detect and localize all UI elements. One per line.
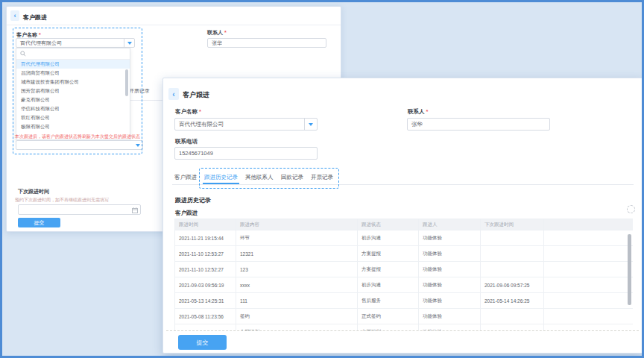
cell-follow-content: 111 bbox=[236, 293, 358, 309]
dropdown-option[interactable]: 城市建设投资集团有限公司 bbox=[16, 78, 130, 87]
cell-follow-status: 方案提报 bbox=[358, 262, 419, 277]
col-header-empty bbox=[544, 219, 634, 230]
cell-follow-content: 签约 bbox=[236, 309, 358, 324]
table-scrollbar[interactable] bbox=[628, 234, 631, 305]
cell-follow-content: 合同谈判 bbox=[236, 324, 358, 331]
cell-follow-person: 功能体验 bbox=[419, 246, 481, 262]
cell-next-time bbox=[481, 262, 544, 277]
search-icon bbox=[20, 51, 26, 57]
dropdown-caret-icon[interactable] bbox=[304, 119, 317, 130]
cell-follow-content: 123 bbox=[236, 262, 358, 277]
page-title: 客户跟进 bbox=[23, 13, 47, 22]
cell-follow-time: 2021-09-03 09:56:19 bbox=[175, 277, 236, 293]
active-tab-underline bbox=[203, 183, 239, 184]
contact-label: 联系人* bbox=[207, 29, 227, 37]
back-button[interactable]: ‹ bbox=[10, 10, 19, 21]
cell-follow-person: 功能体验 bbox=[419, 277, 481, 293]
cell-next-time bbox=[481, 309, 544, 324]
table-row[interactable]: 2021-11-21 19:15:44 环节 初步沟通 功能体验 bbox=[175, 230, 634, 246]
follow-history-table: 跟进时间 跟进内容 跟进状态 跟进人 下次跟进时间 2021-11-21 19:… bbox=[174, 219, 633, 330]
cell-follow-time: 2021-11-10 12:52:27 bbox=[175, 262, 236, 277]
table-title: 客户跟进 bbox=[175, 210, 198, 217]
cell-follow-status: 正式签约 bbox=[358, 309, 419, 324]
dropdown-option[interactable]: 极限有限公司 bbox=[16, 122, 130, 131]
table-row[interactable]: 2021-09-03 09:56:19 xxxx 初步沟通 功能体验 2021-… bbox=[175, 277, 634, 293]
cell-next-time bbox=[481, 246, 544, 262]
submit-button[interactable]: 提交 bbox=[18, 218, 60, 227]
calendar-icon bbox=[132, 207, 138, 213]
dropdown-option[interactable]: 华信科技有限公司 bbox=[16, 104, 130, 113]
cell-empty bbox=[544, 230, 634, 246]
dropdown-option[interactable]: 昌润商贸有限公司 bbox=[16, 69, 130, 78]
cell-next-time bbox=[481, 230, 544, 246]
contact-label: 联系人* bbox=[408, 108, 428, 116]
tabs-divider bbox=[172, 184, 634, 185]
cell-follow-person: 功能体验 bbox=[419, 293, 481, 309]
cell-follow-person: 功能体验 bbox=[419, 230, 481, 246]
tab-customer-follow-up[interactable]: 客户跟进 bbox=[174, 174, 197, 181]
tab-invoice-records[interactable]: 开票记录 bbox=[311, 174, 333, 181]
page-title: 客户跟进 bbox=[183, 90, 209, 100]
follow-status-select[interactable] bbox=[16, 140, 143, 150]
table-row[interactable]: 2021-05-08 11:22:38 合同谈判 合同谈判 功能体验 2021-… bbox=[175, 324, 634, 331]
footer-divider bbox=[166, 330, 639, 331]
cell-empty bbox=[544, 277, 634, 293]
submit-button[interactable]: 提交 bbox=[178, 335, 227, 350]
contact-input[interactable]: 张华 bbox=[407, 118, 550, 131]
cell-follow-time: 2021-11-21 19:15:44 bbox=[175, 230, 236, 246]
dropdown-option[interactable]: 百代代理有限公司 bbox=[16, 60, 130, 69]
cell-follow-status: 售后服务 bbox=[358, 293, 419, 309]
tab-payment-records[interactable]: 回款记录 bbox=[281, 174, 303, 181]
cell-empty bbox=[544, 324, 634, 331]
back-button[interactable]: ‹ bbox=[168, 88, 179, 100]
col-header-follow-content: 跟进内容 bbox=[236, 219, 358, 230]
cell-follow-person: 功能体验 bbox=[419, 324, 481, 331]
col-header-follow-person: 跟进人 bbox=[419, 219, 481, 230]
fullscreen-icon[interactable] bbox=[627, 205, 635, 213]
contact-input[interactable]: 张华 bbox=[207, 38, 326, 48]
customer-name-label: 客户名称* bbox=[175, 108, 201, 116]
cell-empty bbox=[544, 309, 634, 324]
dropdown-scrollbar[interactable] bbox=[125, 69, 128, 96]
dropdown-option[interactable]: 国芳贸易有限公司 bbox=[16, 87, 130, 95]
cell-follow-person: 功能体验 bbox=[419, 262, 481, 277]
cell-next-time: 2021-05-19 11:23:51 bbox=[481, 324, 544, 331]
col-header-follow-time: 跟进时间 bbox=[175, 219, 236, 230]
cell-empty bbox=[544, 262, 634, 277]
table-row[interactable]: 2021-11-10 12:53:27 12321 方案提报 功能体验 bbox=[175, 246, 634, 262]
cell-follow-person: 功能体验 bbox=[419, 309, 481, 324]
table-row[interactable]: 2021-11-10 12:52:27 123 方案提报 功能体验 bbox=[175, 262, 634, 277]
dropdown-caret-icon[interactable] bbox=[133, 141, 142, 149]
section-title: 跟进历史记录 bbox=[175, 196, 211, 204]
col-header-next-time: 下次跟进时间 bbox=[481, 219, 544, 230]
cell-follow-status: 初步沟通 bbox=[358, 277, 419, 293]
customer-follow-up-window-foreground: ‹ 客户跟进 客户名称* 百代代理有限公司 联系人* 张华 联系电话 15245… bbox=[162, 78, 643, 354]
table-row[interactable]: 2021-05-13 14:25:31 111 售后服务 功能体验 2021-0… bbox=[175, 293, 634, 309]
cell-follow-time: 2021-05-13 14:25:31 bbox=[175, 293, 236, 309]
dropdown-caret-icon[interactable] bbox=[124, 39, 134, 47]
tab-other-contacts[interactable]: 其他联系人 bbox=[245, 174, 274, 181]
cell-follow-status: 合同谈判 bbox=[358, 324, 419, 331]
dropdown-search-input[interactable] bbox=[16, 48, 130, 60]
phone-input[interactable]: 15245671049 bbox=[174, 147, 318, 160]
dropdown-option[interactable]: 双红有限公司 bbox=[16, 113, 130, 122]
tab-follow-history[interactable]: 跟进历史记录 bbox=[204, 174, 238, 181]
cell-follow-time: 2021-05-08 11:23:56 bbox=[175, 309, 236, 324]
next-follow-time-hint: 预约下次跟进时间，如不再继续跟进则无需填写 bbox=[15, 197, 109, 204]
col-header-follow-status: 跟进状态 bbox=[358, 219, 419, 230]
cell-follow-content: 环节 bbox=[236, 230, 358, 246]
dropdown-option[interactable]: 豪克有限公司 bbox=[16, 95, 130, 104]
customer-name-select[interactable]: 百代代理有限公司 bbox=[16, 38, 135, 48]
next-follow-time-input[interactable] bbox=[18, 204, 141, 215]
header-divider bbox=[7, 25, 341, 25]
customer-name-select[interactable]: 百代代理有限公司 bbox=[174, 118, 318, 131]
table-row[interactable]: 2021-05-08 11:23:56 签约 正式签约 功能体验 bbox=[175, 309, 634, 324]
table-header-row: 跟进时间 跟进内容 跟进状态 跟进人 下次跟进时间 bbox=[175, 219, 634, 230]
cell-follow-content: xxxx bbox=[236, 277, 358, 293]
cell-follow-status: 方案提报 bbox=[358, 246, 419, 262]
tab-invoice-records[interactable]: 开票记录 bbox=[129, 87, 150, 95]
cell-follow-time: 2021-05-08 11:22:38 bbox=[175, 324, 236, 331]
cell-follow-content: 12321 bbox=[236, 246, 358, 262]
next-follow-time-label: 下次跟进时间 bbox=[18, 188, 49, 195]
customer-dropdown-panel: 百代代理有限公司 昌润商贸有限公司 城市建设投资集团有限公司 国芳贸易有限公司 … bbox=[16, 48, 130, 140]
